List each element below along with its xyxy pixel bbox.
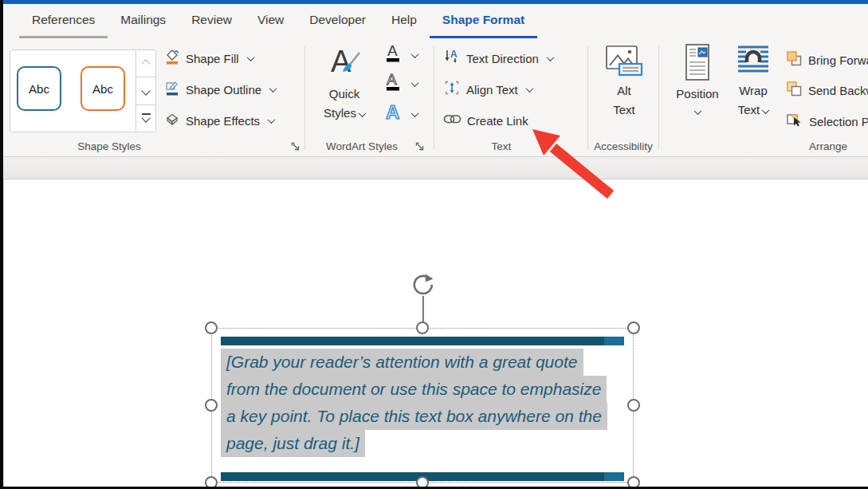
text-effects-icon: A (383, 101, 403, 127)
shape-effects-button[interactable]: Shape Effects (164, 110, 274, 131)
chevron-down-icon (269, 85, 277, 93)
chevron-down-icon (546, 53, 554, 61)
resize-handle-middle-right[interactable] (627, 399, 640, 412)
selection-pane-button[interactable]: Selection Pane (786, 111, 868, 132)
align-text-icon (443, 80, 461, 99)
tab-developer[interactable]: Developer (297, 4, 379, 38)
text-direction-button[interactable]: A Text Direction (443, 48, 553, 69)
rotate-handle-icon[interactable] (410, 272, 436, 301)
title-accent-bar (0, 0, 868, 4)
shape-fill-icon (164, 49, 180, 68)
group-label-accessibility: Accessibility (587, 140, 659, 152)
text-effects-button[interactable]: A (383, 104, 418, 124)
alt-text-icon (605, 45, 643, 81)
window-left-edge (0, 0, 3, 489)
tab-references[interactable]: References (19, 4, 108, 38)
tab-review[interactable]: Review (179, 4, 245, 38)
send-backward-icon (786, 81, 803, 101)
group-divider (658, 46, 659, 150)
text-fill-icon: A (383, 42, 403, 68)
svg-text:A: A (386, 101, 399, 123)
create-link-icon (443, 111, 461, 130)
word-window: References Mailings Review View Develope… (0, 0, 868, 489)
selection-pane-icon (786, 112, 803, 132)
shape-styles-dialog-launcher-icon[interactable] (290, 140, 301, 152)
shape-style-thumb-2[interactable]: Abc (81, 66, 125, 111)
resize-handle-top-middle[interactable] (416, 321, 429, 334)
gallery-scroll-up-icon[interactable] (136, 50, 155, 77)
chevron-down-icon (411, 50, 419, 58)
bring-forward-button[interactable]: Bring Forward (786, 49, 868, 70)
text-outline-icon: A (383, 71, 403, 97)
shape-fill-button[interactable]: Shape Fill (164, 48, 253, 69)
align-text-button[interactable]: Align Text (443, 79, 532, 100)
svg-text:A: A (331, 45, 352, 78)
chevron-down-icon (411, 79, 419, 87)
resize-handle-top-left[interactable] (205, 321, 218, 334)
svg-text:A: A (387, 71, 397, 88)
quote-line: [Grab your reader’s attention with a gre… (221, 349, 583, 376)
gallery-more-icon[interactable] (136, 105, 155, 132)
group-label-arrange: Arrange (784, 140, 868, 152)
group-label-wordart-styles: WordArt Styles (308, 140, 416, 152)
tab-mailings[interactable]: Mailings (108, 4, 179, 38)
quote-line: page, just drag it.] (221, 430, 365, 457)
wordart-styles-dialog-launcher-icon[interactable] (414, 140, 426, 152)
shape-outline-button[interactable]: Shape Outline (164, 79, 276, 100)
svg-text:A: A (450, 49, 458, 60)
group-divider (587, 46, 588, 150)
textbox-top-bar (221, 337, 624, 345)
group-divider (304, 46, 305, 150)
chevron-down-icon (268, 116, 276, 124)
shape-effects-icon (164, 111, 180, 130)
wrap-text-button[interactable]: Wrap Text (729, 43, 778, 120)
chevron-down-icon (525, 85, 533, 93)
send-backward-button[interactable]: Send Backward (786, 80, 868, 101)
quick-styles-icon: A (326, 43, 363, 85)
create-link-button[interactable]: Create Link (443, 110, 528, 131)
ribbon: Abc Abc Shape Fill Shape Outline Sh (3, 38, 868, 157)
pull-quote-text[interactable]: [Grab your reader’s attention with a gre… (221, 349, 629, 457)
shape-style-thumb-1[interactable]: Abc (17, 66, 61, 111)
tab-help[interactable]: Help (379, 4, 430, 38)
gallery-scroll-down-icon[interactable] (136, 77, 155, 104)
ribbon-tab-bar: References Mailings Review View Develope… (3, 4, 868, 38)
text-fill-button[interactable]: A (383, 45, 418, 65)
gallery-scroll (136, 50, 155, 132)
resize-handle-middle-left[interactable] (205, 399, 218, 412)
bring-forward-icon (786, 50, 803, 70)
group-label-text: Text (450, 140, 553, 152)
quick-styles-button[interactable]: A Quick Styles (316, 43, 373, 123)
text-outline-button[interactable]: A (383, 73, 418, 94)
quote-line: a key point. To place this text box anyw… (221, 403, 607, 430)
tab-view[interactable]: View (245, 4, 297, 38)
ribbon-bottom-band (3, 157, 868, 179)
shape-outline-icon (164, 80, 180, 99)
text-direction-icon: A (443, 49, 461, 68)
wrap-text-icon (736, 43, 770, 81)
tab-shape-format[interactable]: Shape Format (430, 4, 537, 38)
chevron-down-icon (411, 109, 419, 117)
group-label-shape-styles: Shape Styles (10, 140, 209, 152)
resize-handle-top-right[interactable] (627, 321, 640, 334)
quote-line: from the document or use this space to e… (221, 376, 607, 403)
chevron-down-icon (246, 53, 254, 61)
position-button[interactable]: Position (671, 43, 724, 120)
position-icon (684, 43, 711, 85)
chevron-down-icon (358, 109, 366, 117)
chevron-down-icon (762, 106, 770, 114)
chevron-down-icon (693, 107, 701, 115)
alt-text-button[interactable]: Alt Text (596, 45, 652, 120)
svg-text:A: A (387, 42, 398, 59)
shape-style-gallery: Abc Abc (10, 49, 156, 132)
group-divider (434, 46, 434, 150)
